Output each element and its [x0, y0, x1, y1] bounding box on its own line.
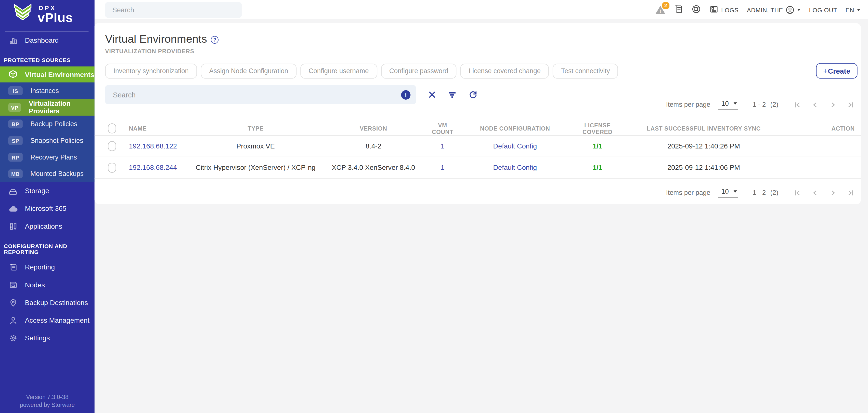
refresh-icon[interactable]: [468, 90, 477, 99]
logo-chevron-icon: [12, 3, 33, 26]
logo-dpx-text: DPX: [39, 5, 73, 11]
next-page-button[interactable]: [829, 189, 836, 196]
sidebar-subitem-recovery-plans[interactable]: RP Recovery Plans: [0, 149, 95, 166]
sidebar-subitem-backup-policies[interactable]: BP Backup Policies: [0, 116, 95, 132]
clear-search-icon[interactable]: [428, 91, 436, 99]
page-range: 1 - 2: [752, 101, 766, 109]
bar-chart-icon: [8, 36, 18, 45]
virtualization-providers-card: Virtual Environments ? VIRTUALIZATION PR…: [95, 23, 861, 204]
subitem-badge: RP: [8, 153, 23, 162]
section-header-configuration: CONFIGURATION AND REPORTING: [0, 235, 95, 259]
provider-type: Citrix Hypervisor (XenServer) / XCP-ng: [194, 164, 317, 172]
assign-node-configuration-button[interactable]: Assign Node Configuration: [201, 63, 297, 78]
sidebar-item-applications[interactable]: Applications: [0, 217, 95, 235]
bulk-actions-toolbar: Inventory synchronization Assign Node Co…: [95, 63, 861, 79]
logout-button[interactable]: LOG OUT: [809, 6, 837, 13]
column-header-vm-count: VM COUNT: [430, 121, 456, 135]
column-header-license-covered: LICENSE COVERED: [575, 121, 620, 135]
sidebar-subitem-virtualization-providers[interactable]: VP Virtualization Providers: [0, 99, 95, 116]
subitem-badge: BP: [8, 119, 23, 128]
info-icon[interactable]: i: [401, 90, 410, 99]
screen: DPX vPlus Dashboard PROTECTED SOURCES Vi…: [0, 0, 868, 413]
sidebar-item-access-management[interactable]: Access Management: [0, 312, 95, 329]
app-logo[interactable]: DPX vPlus: [0, 0, 95, 29]
items-per-page-label: Items per page: [666, 101, 711, 109]
row-checkbox[interactable]: [108, 141, 116, 151]
version-info: Version 7.3.0-38 powered by Storware: [0, 393, 95, 413]
sidebar-subitem-snapshot-policies[interactable]: SP Snapshot Policies: [0, 132, 95, 149]
logs-newspaper-icon: [709, 4, 718, 15]
global-search-input[interactable]: [105, 2, 242, 18]
sidebar-subitem-mounted-backups[interactable]: MB Mounted Backups: [0, 166, 95, 182]
user-menu[interactable]: ADMIN, THE: [747, 5, 801, 14]
table-row: 192.168.68.244 Citrix Hypervisor (XenSer…: [95, 157, 861, 179]
sidebar-item-nodes[interactable]: Nodes: [0, 276, 95, 294]
license-covered-value: 1/1: [575, 142, 620, 150]
provider-name-link[interactable]: 192.168.68.122: [129, 142, 194, 150]
row-checkbox[interactable]: [108, 163, 116, 173]
inventory-synchronization-button[interactable]: Inventory synchronization: [105, 63, 197, 78]
sidebar-item-label: Dashboard: [25, 36, 59, 45]
sidebar-subitem-instances[interactable]: IS Instances: [0, 83, 95, 99]
previous-page-button[interactable]: [812, 189, 819, 196]
sidebar-item-storage[interactable]: Storage: [0, 182, 95, 200]
next-page-button[interactable]: [829, 101, 836, 108]
task-console-button[interactable]: [674, 4, 683, 15]
sidebar-item-label: Microsoft 365: [25, 205, 66, 213]
page-subtitle: VIRTUALIZATION PROVIDERS: [105, 48, 861, 54]
node-configuration-link[interactable]: Default Config: [455, 142, 575, 150]
language-menu[interactable]: EN: [845, 6, 860, 13]
chevron-down-icon: [797, 8, 801, 11]
help-support-button[interactable]: [691, 4, 701, 15]
items-per-page-select[interactable]: 10: [718, 188, 738, 198]
last-page-button[interactable]: [847, 189, 854, 196]
sidebar-item-reporting[interactable]: Reporting: [0, 258, 95, 276]
column-header-type: TYPE: [194, 125, 317, 131]
vm-count-link[interactable]: 1: [430, 142, 456, 150]
table-search-input[interactable]: [105, 91, 401, 99]
column-header-action: ACTION: [787, 125, 855, 131]
first-page-button[interactable]: [794, 101, 801, 108]
create-button[interactable]: +Create: [816, 63, 858, 79]
provider-version: 8.4-2: [317, 142, 430, 150]
main-area: ! 2: [95, 0, 868, 413]
table-header-row: NAME TYPE VERSION VM COUNT NODE CONFIGUR…: [95, 121, 861, 136]
sidebar-item-settings[interactable]: Settings: [0, 329, 95, 347]
sidebar-item-backup-destinations[interactable]: Backup Destinations: [0, 294, 95, 312]
vm-count-link[interactable]: 1: [430, 164, 456, 172]
cube-icon: [8, 70, 18, 79]
task-scroll-icon: [674, 4, 683, 15]
powered-by: powered by Storware: [0, 401, 95, 409]
previous-page-button[interactable]: [812, 101, 819, 108]
sidebar-item-label: Backup Destinations: [25, 299, 88, 307]
configure-username-button[interactable]: Configure username: [300, 63, 377, 78]
sidebar-item-label: Applications: [25, 223, 62, 230]
items-per-page-select[interactable]: 10: [718, 100, 738, 110]
license-covered-change-button[interactable]: License covered change: [460, 63, 549, 78]
virtual-environments-submenu: IS Instances VP Virtualization Providers…: [0, 83, 95, 182]
last-page-button[interactable]: [847, 101, 854, 108]
logs-button[interactable]: LOGS: [709, 4, 739, 15]
notifications-warning-icon[interactable]: ! 2: [655, 5, 665, 14]
sidebar-item-virtual-environments[interactable]: Virtual Environments: [0, 66, 95, 83]
subitem-badge: VP: [8, 103, 21, 112]
license-covered-value: 1/1: [575, 164, 620, 172]
test-connectivity-button[interactable]: Test connectivity: [553, 63, 618, 78]
provider-name-link[interactable]: 192.168.68.244: [129, 164, 194, 172]
provider-type: Proxmox VE: [194, 142, 317, 150]
first-page-button[interactable]: [794, 189, 801, 196]
last-sync-timestamp: 2025-09-12 1:41:06 PM: [620, 164, 787, 172]
configure-password-button[interactable]: Configure password: [381, 63, 457, 78]
filter-icon[interactable]: [448, 91, 457, 99]
sidebar-item-microsoft-365[interactable]: Microsoft 365: [0, 200, 95, 217]
sidebar-item-dashboard[interactable]: Dashboard: [0, 32, 95, 49]
help-icon[interactable]: ?: [211, 36, 219, 43]
node-configuration-link[interactable]: Default Config: [455, 164, 575, 172]
cloud-icon: [8, 204, 18, 213]
app-window: DPX vPlus Dashboard PROTECTED SOURCES Vi…: [0, 0, 868, 413]
select-all-checkbox[interactable]: [108, 123, 116, 133]
applications-icon: [8, 222, 18, 231]
node-box-icon: [8, 280, 18, 290]
topbar: ! 2: [95, 0, 868, 20]
subitem-badge: MB: [8, 169, 23, 178]
